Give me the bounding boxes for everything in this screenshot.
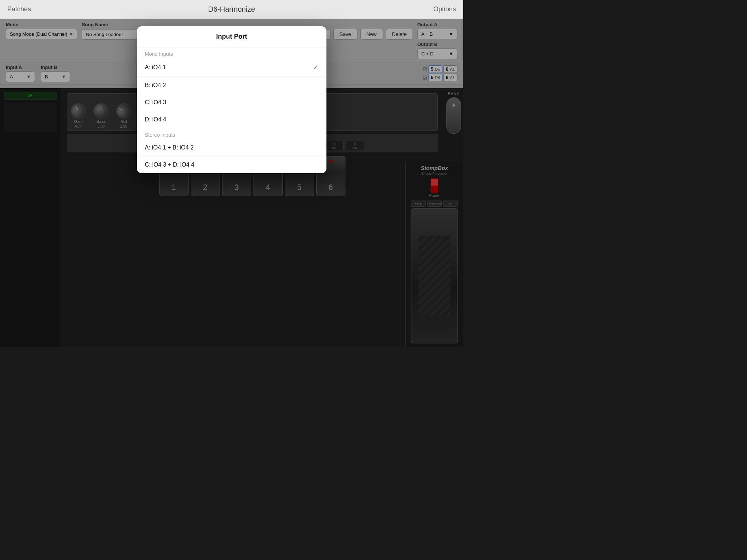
modal-item-b-io4-2-label: B: iO4 2 — [145, 82, 166, 89]
modal-item-a-io4-1[interactable]: A: iO4 1 ✓ — [137, 58, 326, 77]
modal-body: Mono Inputs A: iO4 1 ✓ B: iO4 2 C: iO4 3… — [137, 47, 326, 173]
modal-title: Input Port — [137, 26, 326, 47]
main-area: Mode Song Mode (Dual Channel) ▼ Song Nam… — [0, 19, 463, 347]
modal-item-b-io4-2[interactable]: B: iO4 2 — [137, 77, 326, 94]
modal-item-d-io4-4-label: D: iO4 4 — [145, 116, 166, 123]
modal-overlay: Input Port Mono Inputs A: iO4 1 ✓ B: iO4… — [0, 19, 463, 347]
app-title: D6-Harmonize — [208, 5, 255, 13]
patches-button[interactable]: Patches — [7, 5, 31, 13]
top-bar: Patches D6-Harmonize Options — [0, 0, 463, 19]
modal-item-d-io4-4[interactable]: D: iO4 4 — [137, 111, 326, 128]
input-port-modal: Input Port Mono Inputs A: iO4 1 ✓ B: iO4… — [137, 26, 326, 173]
modal-item-stereo-ab-label: A: iO4 1 + B: iO4 2 — [145, 144, 194, 151]
modal-item-a-io4-1-label: A: iO4 1 — [145, 64, 166, 71]
checkmark-icon: ✓ — [313, 63, 318, 71]
options-button[interactable]: Options — [433, 5, 456, 13]
modal-item-stereo-cd[interactable]: C: iO4 3 + D: iO4 4 — [137, 156, 326, 173]
modal-item-c-io4-3[interactable]: C: iO4 3 — [137, 94, 326, 111]
modal-item-stereo-ab[interactable]: A: iO4 1 + B: iO4 2 — [137, 139, 326, 156]
modal-item-c-io4-3-label: C: iO4 3 — [145, 99, 166, 106]
stereo-inputs-label: Stereo Inputs — [137, 128, 326, 139]
modal-item-stereo-cd-label: C: iO4 3 + D: iO4 4 — [145, 162, 194, 168]
mono-inputs-label: Mono Inputs — [137, 47, 326, 58]
